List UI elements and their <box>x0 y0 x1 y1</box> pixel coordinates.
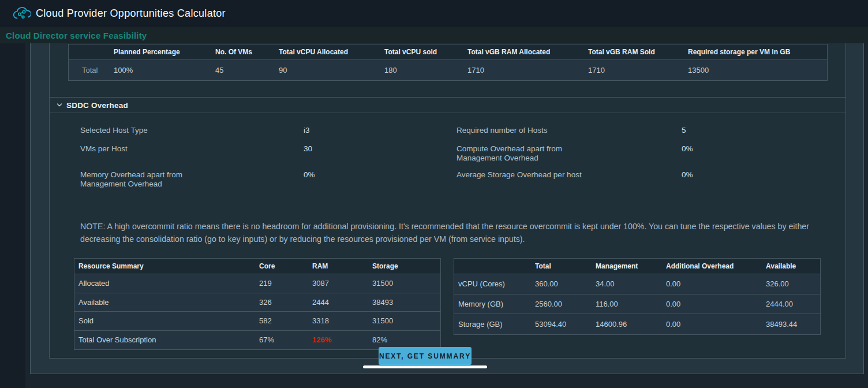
field-label: Compute Overhead apart from Management O… <box>457 144 682 163</box>
value-cell: 53094.40 <box>535 320 596 329</box>
value-cell: 360.00 <box>535 279 596 288</box>
column-header: Planned Percentage <box>108 48 209 56</box>
value-cell: 1710 <box>582 66 682 74</box>
column-header: Available <box>766 262 820 270</box>
value-cell: 116.00 <box>596 300 666 308</box>
chevron-down-icon[interactable] <box>56 102 63 109</box>
column-header: Total vGB RAM Sold <box>582 48 682 56</box>
value-cell: 31500 <box>366 279 440 288</box>
value-cell: 31500 <box>366 316 440 325</box>
page-subtitle-bar: Cloud Director service Feasibility <box>0 27 868 43</box>
field-label: Selected Host Type <box>80 126 304 135</box>
value-cell: 45 <box>209 66 273 74</box>
accordion-title: SDDC Overhead <box>66 101 128 110</box>
value-cell: 82% <box>366 335 440 344</box>
value-cell: 13500 <box>682 66 827 74</box>
row-label: Allocated <box>74 279 253 288</box>
table-header-row: Planned Percentage No. Of VMs Total vCPU… <box>69 44 827 60</box>
column-header: Total vGB RAM Allocated <box>462 48 582 56</box>
field-value: 0% <box>304 170 457 180</box>
field-value: 5 <box>682 126 845 135</box>
value-cell: 34.00 <box>596 279 666 288</box>
column-header: No. Of VMs <box>209 48 273 56</box>
value-cell: 38493 <box>366 298 440 307</box>
value-cell: 100% <box>108 66 209 74</box>
row-label: Total <box>69 66 108 74</box>
table-row: Storage (GB) 53094.40 14600.96 0.00 3849… <box>454 314 820 334</box>
value-cell: 326.00 <box>766 279 820 288</box>
value-cell: 14600.96 <box>596 320 666 329</box>
field-row: Memory Overhead apart from Management Ov… <box>80 170 845 196</box>
resource-summary-table: Resource Summary Core RAM Storage Alloca… <box>74 258 441 350</box>
row-label: vCPU (Cores) <box>454 279 535 288</box>
field-row: Selected Host Type i3 Required number of… <box>80 126 845 144</box>
column-header: Total vCPU sold <box>379 48 462 56</box>
value-cell: 2444.00 <box>766 300 820 308</box>
value-cell: 180 <box>379 66 462 74</box>
row-label: Sold <box>74 316 253 325</box>
field-row: VMs per Host 30 Compute Overhead apart f… <box>80 144 845 170</box>
table-row: Available 326 2444 38493 <box>74 293 440 312</box>
next-get-summary-button[interactable]: NEXT, GET SUMMARY <box>379 347 472 365</box>
field-value: 0% <box>682 144 845 154</box>
capacity-breakdown-table: Total Management Additional Overhead Ava… <box>454 258 821 335</box>
row-label: Storage (GB) <box>454 320 535 329</box>
column-header: Required storage per VM in GB <box>682 48 827 56</box>
cloud-logo-icon <box>12 6 31 21</box>
sddc-overhead-fields: Selected Host Type i3 Required number of… <box>50 113 845 196</box>
horizontal-scrollbar-thumb[interactable] <box>363 365 487 368</box>
table-row-total: Total 100% 45 90 180 1710 1710 13500 <box>69 60 827 80</box>
value-cell: 3318 <box>306 316 366 325</box>
value-cell: 219 <box>253 279 306 288</box>
page-subtitle: Cloud Director service Feasibility <box>6 31 147 40</box>
table-row: Sold 582 3318 31500 <box>74 312 440 331</box>
field-label: Memory Overhead apart from Management Ov… <box>80 170 304 189</box>
value-cell: 0.00 <box>666 320 766 329</box>
table-row: Memory (GB) 2560.00 116.00 0.00 2444.00 <box>454 294 820 315</box>
service-totals-table: Planned Percentage No. Of VMs Total vCPU… <box>68 44 828 81</box>
column-header: Management <box>596 262 666 270</box>
field-value: i3 <box>304 126 457 135</box>
column-header: Additional Overhead <box>666 262 766 270</box>
table-header-row: Total Management Additional Overhead Ava… <box>454 259 820 274</box>
value-cell: 67% <box>253 335 306 344</box>
value-cell: 0.00 <box>666 279 766 288</box>
field-label: Average Storage Overhead per host <box>457 170 682 180</box>
overcommit-note: NOTE: A high overcommit ratio means ther… <box>80 221 828 245</box>
app-root: Cloud Provider Opportunities Calculator … <box>0 0 868 388</box>
row-label: Total Over Subscription <box>74 335 253 344</box>
sddc-overhead-accordion-header[interactable]: SDDC Overhead <box>50 97 845 113</box>
field-label: Required number of Hosts <box>457 126 682 135</box>
value-cell: 3087 <box>306 279 366 288</box>
row-label: Available <box>74 298 253 307</box>
value-cell: 582 <box>253 316 306 325</box>
value-cell: 90 <box>273 66 379 74</box>
column-header: RAM <box>306 262 366 270</box>
value-cell: 1710 <box>462 66 582 74</box>
value-cell: 0.00 <box>666 300 766 308</box>
field-value: 30 <box>304 144 457 154</box>
value-cell: 2444 <box>306 298 366 307</box>
app-header: Cloud Provider Opportunities Calculator <box>0 0 868 27</box>
value-cell: 38493.44 <box>766 320 820 329</box>
column-header: Core <box>253 262 306 270</box>
column-header: Total vCPU Allocated <box>273 48 379 56</box>
column-header: Total <box>535 262 596 270</box>
value-cell: 326 <box>253 298 306 307</box>
field-value: 0% <box>682 170 845 180</box>
app-title: Cloud Provider Opportunities Calculator <box>36 8 226 20</box>
table-row: vCPU (Cores) 360.00 34.00 0.00 326.00 <box>454 274 820 294</box>
row-label: Memory (GB) <box>454 300 535 308</box>
column-header: Storage <box>366 262 440 270</box>
left-gutter <box>0 43 25 388</box>
table-row: Allocated 219 3087 31500 <box>74 274 440 293</box>
ram-oversubscription-alert: 126% <box>306 335 366 344</box>
scrollable-content[interactable]: Planned Percentage No. Of VMs Total vCPU… <box>49 43 846 359</box>
column-header: Resource Summary <box>74 262 253 270</box>
table-header-row: Resource Summary Core RAM Storage <box>74 259 440 274</box>
value-cell: 2560.00 <box>535 300 596 308</box>
field-label: VMs per Host <box>80 144 304 154</box>
